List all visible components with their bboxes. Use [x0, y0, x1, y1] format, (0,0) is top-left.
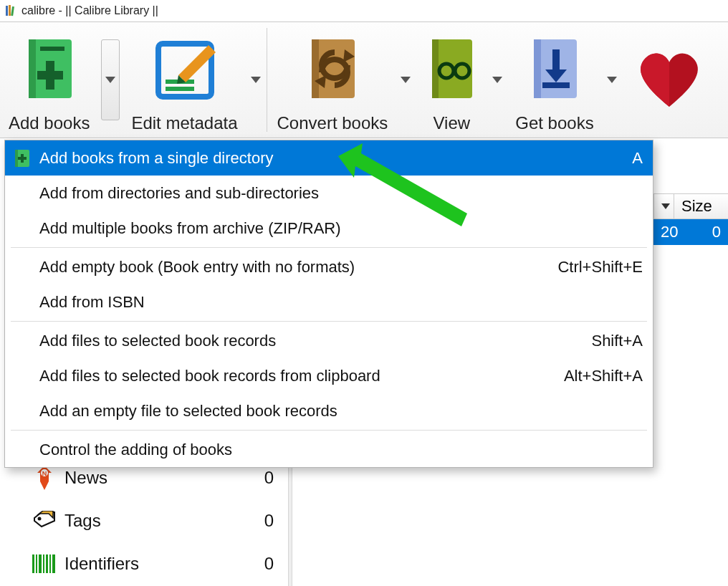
convert-books-button[interactable]: Convert books	[269, 22, 397, 138]
menu-add-archive[interactable]: Add multiple books from archive (ZIP/RAR…	[5, 211, 653, 246]
svg-rect-29	[18, 157, 27, 160]
svg-rect-23	[552, 49, 560, 71]
svg-rect-40	[43, 554, 44, 573]
get-books-dropdown[interactable]	[603, 22, 621, 138]
menu-item-label: Control the adding of books	[39, 441, 232, 459]
row-date-fragment: 20	[653, 223, 676, 241]
add-books-icon	[19, 28, 80, 110]
edit-metadata-dropdown[interactable]	[246, 22, 265, 138]
barcode-icon	[32, 554, 57, 573]
svg-rect-18	[432, 39, 439, 98]
menu-add-single-directory[interactable]: Add books from a single directory A	[5, 140, 653, 176]
toolbar-separator	[267, 28, 267, 132]
main-toolbar: Add books Edit metadata	[0, 21, 728, 138]
svg-text:N: N	[42, 470, 47, 477]
svg-rect-41	[46, 554, 48, 573]
svg-point-35	[38, 517, 42, 521]
menu-item-label: Add from directories and sub-directories	[39, 184, 319, 203]
svg-rect-14	[312, 39, 319, 98]
row-size-fragment: 0	[676, 223, 728, 241]
add-books-label: Add books	[9, 113, 90, 133]
menu-add-files-selected[interactable]: Add files to selected book records Shift…	[5, 323, 653, 358]
svg-rect-43	[52, 554, 55, 573]
menu-add-empty-book[interactable]: Add empty book (Book entry with no forma…	[5, 249, 653, 284]
tag-icon	[32, 511, 57, 531]
svg-rect-4	[29, 39, 36, 98]
sidebar-item-count: 0	[264, 554, 274, 574]
get-books-button[interactable]: Get books	[507, 22, 602, 138]
svg-rect-1	[9, 5, 11, 16]
donate-button[interactable]	[621, 22, 709, 138]
menu-add-empty-file[interactable]: Add an empty file to selected book recor…	[5, 393, 653, 428]
book-row-selected[interactable]: 20 0	[653, 219, 728, 245]
sidebar-item-count: 0	[264, 468, 274, 488]
book-list-columns: Size	[653, 193, 728, 219]
sidebar-item-label: Identifiers	[64, 554, 139, 574]
menu-add-dirs-subdirs[interactable]: Add from directories and sub-directories	[5, 176, 653, 211]
menu-item-label: Add empty book (Book entry with no forma…	[39, 258, 355, 277]
add-books-dropdown[interactable]	[101, 39, 120, 120]
sidebar-item-tags[interactable]: Tags 0	[0, 499, 288, 542]
view-dropdown[interactable]	[488, 22, 507, 138]
svg-rect-42	[49, 554, 51, 573]
menu-item-shortcut: Alt+Shift+A	[547, 367, 643, 385]
menu-item-label: Add files to selected book records	[39, 332, 276, 350]
svg-rect-38	[36, 554, 37, 573]
column-dropdown[interactable]	[653, 194, 674, 218]
sidebar-item-identifiers[interactable]: Identifiers 0	[0, 542, 288, 585]
app-icon	[4, 4, 17, 17]
edit-metadata-button[interactable]: Edit metadata	[123, 22, 246, 138]
svg-rect-0	[6, 6, 8, 16]
convert-books-icon	[302, 28, 363, 110]
heart-icon	[630, 28, 709, 130]
menu-add-isbn[interactable]: Add from ISBN	[5, 284, 653, 320]
menu-item-label: Add books from a single directory	[39, 149, 274, 168]
menu-separator	[11, 321, 647, 322]
svg-rect-7	[37, 71, 63, 80]
panel-splitter[interactable]	[288, 456, 292, 586]
view-button[interactable]: View	[415, 22, 488, 138]
view-label: View	[433, 113, 470, 133]
news-icon: N	[32, 466, 57, 490]
svg-rect-5	[40, 47, 64, 51]
sidebar-item-label: Tags	[64, 511, 101, 531]
menu-add-files-clipboard[interactable]: Add files to selected book records from …	[5, 358, 653, 393]
svg-rect-27	[15, 150, 18, 167]
svg-rect-22	[534, 39, 541, 98]
svg-rect-39	[39, 554, 42, 573]
convert-books-dropdown[interactable]	[396, 22, 415, 138]
menu-item-label: Add files to selected book records from …	[39, 367, 380, 385]
add-books-menu: Add books from a single directory A Add …	[4, 140, 653, 468]
edit-metadata-icon	[148, 28, 220, 110]
edit-metadata-label: Edit metadata	[131, 113, 237, 133]
add-books-button[interactable]: Add books	[0, 22, 98, 138]
menu-item-shortcut: Ctrl+Shift+E	[540, 258, 643, 277]
svg-rect-10	[166, 87, 194, 91]
menu-control-adding[interactable]: Control the adding of books	[5, 432, 653, 467]
add-book-icon	[14, 149, 32, 168]
window-titlebar: calibre - || Calibre Library ||	[0, 0, 728, 21]
svg-rect-25	[542, 82, 570, 88]
svg-rect-37	[32, 554, 34, 573]
get-books-icon	[524, 28, 585, 110]
tag-browser: N News 0 Tags 0 Identifiers 0	[0, 456, 288, 585]
menu-item-label: Add multiple books from archive (ZIP/RAR…	[39, 219, 341, 238]
window-title: calibre - || Calibre Library ||	[21, 4, 158, 17]
menu-separator	[11, 247, 647, 248]
column-size[interactable]: Size	[674, 194, 728, 218]
menu-item-label: Add an empty file to selected book recor…	[39, 402, 337, 421]
view-icon	[423, 28, 479, 110]
menu-separator	[11, 430, 647, 431]
convert-books-label: Convert books	[277, 113, 388, 133]
menu-item-label: Add from ISBN	[39, 293, 145, 312]
menu-item-shortcut: A	[615, 149, 643, 168]
menu-item-shortcut: Shift+A	[574, 332, 643, 350]
svg-rect-2	[11, 6, 14, 16]
sidebar-item-count: 0	[264, 511, 274, 531]
sidebar-item-label: News	[64, 468, 107, 488]
get-books-label: Get books	[515, 113, 593, 133]
